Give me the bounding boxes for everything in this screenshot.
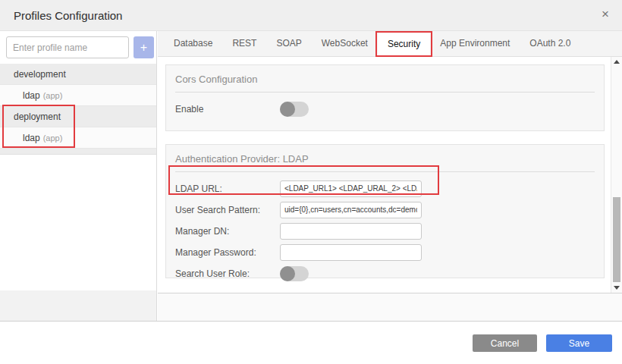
app-suffix: (app) <box>43 91 63 100</box>
profile-item-deployment-ldap[interactable]: ldap(app) <box>0 127 156 149</box>
dialog-title: Profiles Configuration <box>14 0 122 31</box>
enable-label: Enable <box>175 104 280 115</box>
vertical-scrollbar <box>611 57 622 293</box>
profile-item-development[interactable]: development <box>0 64 156 85</box>
user-search-pattern-input[interactable] <box>280 202 422 218</box>
save-button[interactable]: Save <box>546 334 612 352</box>
sidebar-bottom-strip <box>0 290 156 321</box>
scrollbar-thumb[interactable] <box>613 197 620 282</box>
scroll-down-icon[interactable] <box>614 286 620 290</box>
manager-dn-label: Manager DN: <box>175 226 280 237</box>
cancel-button[interactable]: Cancel <box>473 334 537 352</box>
ldap-provider-card: Authentication Provider: LDAP LDAP URL: … <box>165 144 605 278</box>
manager-password-label: Manager Password: <box>175 247 280 258</box>
cors-configuration-card: Cors Configuration Enable <box>165 64 605 131</box>
tab-database[interactable]: Database <box>164 31 222 56</box>
close-icon[interactable]: × <box>598 7 613 22</box>
profiles-sidebar: + development ldap(app) deployment ldap(… <box>0 31 157 321</box>
manager-dn-input[interactable] <box>280 223 422 240</box>
profile-item-development-ldap[interactable]: ldap(app) <box>0 85 156 106</box>
profile-list: development ldap(app) deployment ldap(ap… <box>0 64 156 155</box>
ldap-section-title: Authentication Provider: LDAP <box>175 145 595 172</box>
toggle-knob <box>280 266 295 281</box>
ldap-url-input[interactable] <box>280 180 422 197</box>
ldap-url-label: LDAP URL: <box>175 184 280 194</box>
tab-rest[interactable]: REST <box>222 31 266 56</box>
dialog-header: Profiles Configuration × <box>0 0 622 31</box>
search-user-role-label: Search User Role: <box>175 268 280 279</box>
tab-app-environment[interactable]: App Environment <box>430 31 520 56</box>
main-panel: Database REST SOAP WebSocket Security Ap… <box>158 31 622 321</box>
profile-item-deployment[interactable]: deployment <box>0 106 156 127</box>
cors-section-title: Cors Configuration <box>175 65 595 93</box>
scroll-up-icon[interactable] <box>614 60 620 64</box>
app-suffix: (app) <box>43 133 63 143</box>
profiles-configuration-dialog: Profiles Configuration × + development l… <box>0 0 622 364</box>
cors-enable-toggle[interactable] <box>280 102 309 117</box>
manager-password-input[interactable] <box>280 244 422 261</box>
add-profile-button[interactable]: + <box>134 36 154 58</box>
dialog-footer: Cancel Save <box>0 321 622 364</box>
user-search-pattern-label: User Search Pattern: <box>175 205 280 215</box>
security-tab-content: Cors Configuration Enable Authentication… <box>158 57 622 293</box>
tab-websocket[interactable]: WebSocket <box>312 31 378 56</box>
tab-oauth[interactable]: OAuth 2.0 <box>520 31 580 56</box>
toggle-knob <box>280 102 295 117</box>
profile-name-input[interactable] <box>6 36 129 58</box>
search-user-role-toggle[interactable] <box>280 266 309 281</box>
tab-security[interactable]: Security <box>378 31 430 56</box>
profile-list-tail <box>0 149 156 155</box>
tab-bar: Database REST SOAP WebSocket Security Ap… <box>158 31 622 57</box>
content-bottom-strip <box>158 293 622 321</box>
tab-soap[interactable]: SOAP <box>266 31 311 56</box>
